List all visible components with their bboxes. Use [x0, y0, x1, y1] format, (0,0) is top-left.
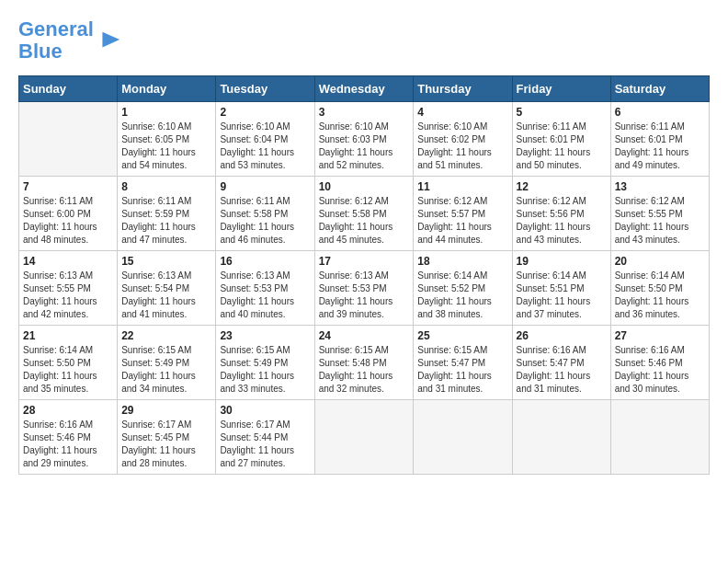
day-number: 10: [319, 180, 410, 193]
svg-marker-0: [102, 32, 119, 48]
calendar-cell: [610, 400, 709, 475]
day-number: 15: [121, 255, 211, 268]
day-number: 23: [220, 329, 310, 342]
calendar-cell: 25Sunrise: 6:15 AMSunset: 5:47 PMDayligh…: [414, 326, 512, 400]
calendar-cell: 14Sunrise: 6:13 AMSunset: 5:55 PMDayligh…: [19, 251, 118, 326]
calendar-cell: 2Sunrise: 6:10 AMSunset: 6:04 PMDaylight…: [216, 102, 314, 177]
day-info: Sunrise: 6:11 AMSunset: 5:59 PMDaylight:…: [121, 195, 211, 247]
day-info: Sunrise: 6:15 AMSunset: 5:47 PMDaylight:…: [417, 344, 507, 396]
calendar-cell: 18Sunrise: 6:14 AMSunset: 5:52 PMDayligh…: [414, 251, 512, 326]
day-info: Sunrise: 6:12 AMSunset: 5:58 PMDaylight:…: [319, 195, 410, 247]
calendar-cell: 23Sunrise: 6:15 AMSunset: 5:49 PMDayligh…: [216, 326, 314, 400]
calendar-table: SundayMondayTuesdayWednesdayThursdayFrid…: [18, 75, 710, 475]
day-number: 7: [23, 180, 113, 193]
day-info: Sunrise: 6:12 AMSunset: 5:57 PMDaylight:…: [417, 195, 507, 247]
calendar-cell: 22Sunrise: 6:15 AMSunset: 5:49 PMDayligh…: [118, 326, 216, 400]
day-number: 14: [23, 255, 113, 268]
day-info: Sunrise: 6:15 AMSunset: 5:49 PMDaylight:…: [121, 344, 211, 396]
day-number: 25: [417, 329, 507, 342]
weekday-header-tuesday: Tuesday: [216, 76, 314, 102]
weekday-header-saturday: Saturday: [610, 76, 709, 102]
day-info: Sunrise: 6:10 AMSunset: 6:02 PMDaylight:…: [417, 121, 507, 172]
day-number: 13: [615, 180, 705, 193]
day-number: 21: [23, 329, 113, 342]
weekday-header-row: SundayMondayTuesdayWednesdayThursdayFrid…: [19, 76, 710, 102]
day-number: 30: [220, 404, 310, 417]
calendar-cell: 17Sunrise: 6:13 AMSunset: 5:53 PMDayligh…: [314, 251, 414, 326]
calendar-cell: 4Sunrise: 6:10 AMSunset: 6:02 PMDaylight…: [414, 102, 512, 177]
calendar-cell: 27Sunrise: 6:16 AMSunset: 5:46 PMDayligh…: [610, 326, 709, 400]
weekday-header-sunday: Sunday: [19, 76, 118, 102]
day-info: Sunrise: 6:15 AMSunset: 5:49 PMDaylight:…: [220, 344, 310, 396]
logo-icon: [96, 28, 121, 53]
calendar-cell: 20Sunrise: 6:14 AMSunset: 5:50 PMDayligh…: [610, 251, 709, 326]
calendar-cell: [314, 400, 414, 475]
weekday-header-wednesday: Wednesday: [314, 76, 414, 102]
day-number: 26: [517, 329, 607, 342]
day-info: Sunrise: 6:10 AMSunset: 6:04 PMDaylight:…: [220, 121, 310, 172]
day-info: Sunrise: 6:11 AMSunset: 6:01 PMDaylight:…: [517, 121, 607, 172]
calendar-cell: [512, 400, 610, 475]
day-number: 4: [417, 106, 507, 119]
calendar-cell: 26Sunrise: 6:16 AMSunset: 5:47 PMDayligh…: [512, 326, 610, 400]
day-info: Sunrise: 6:10 AMSunset: 6:05 PMDaylight:…: [121, 121, 211, 172]
day-number: 16: [220, 255, 310, 268]
day-number: 29: [121, 404, 211, 417]
logo-general: General: [18, 17, 94, 40]
day-number: 17: [319, 255, 410, 268]
day-number: 1: [121, 106, 211, 119]
day-info: Sunrise: 6:12 AMSunset: 5:56 PMDaylight:…: [517, 195, 607, 247]
calendar-cell: 7Sunrise: 6:11 AMSunset: 6:00 PMDaylight…: [19, 177, 118, 251]
day-info: Sunrise: 6:12 AMSunset: 5:55 PMDaylight:…: [615, 195, 705, 247]
week-row-3: 14Sunrise: 6:13 AMSunset: 5:55 PMDayligh…: [19, 251, 710, 326]
day-info: Sunrise: 6:13 AMSunset: 5:55 PMDaylight:…: [23, 270, 113, 321]
calendar-cell: [414, 400, 512, 475]
page: General Blue SundayMondayTuesdayWednesda…: [0, 0, 728, 484]
week-row-2: 7Sunrise: 6:11 AMSunset: 6:00 PMDaylight…: [19, 177, 710, 251]
day-number: 2: [220, 106, 310, 119]
day-info: Sunrise: 6:15 AMSunset: 5:48 PMDaylight:…: [319, 344, 410, 396]
day-number: 19: [517, 255, 607, 268]
day-info: Sunrise: 6:17 AMSunset: 5:45 PMDaylight:…: [121, 419, 211, 470]
calendar-cell: 11Sunrise: 6:12 AMSunset: 5:57 PMDayligh…: [414, 177, 512, 251]
day-number: 8: [121, 180, 211, 193]
day-info: Sunrise: 6:17 AMSunset: 5:44 PMDaylight:…: [220, 419, 310, 470]
day-info: Sunrise: 6:14 AMSunset: 5:52 PMDaylight:…: [417, 270, 507, 321]
weekday-header-monday: Monday: [118, 76, 216, 102]
calendar-cell: 29Sunrise: 6:17 AMSunset: 5:45 PMDayligh…: [118, 400, 216, 475]
day-number: 27: [615, 329, 705, 342]
logo-blue: Blue: [18, 40, 63, 63]
day-info: Sunrise: 6:10 AMSunset: 6:03 PMDaylight:…: [319, 121, 410, 172]
day-number: 9: [220, 180, 310, 193]
day-info: Sunrise: 6:16 AMSunset: 5:46 PMDaylight:…: [23, 419, 113, 470]
day-number: 11: [417, 180, 507, 193]
day-number: 24: [319, 329, 410, 342]
calendar-cell: 21Sunrise: 6:14 AMSunset: 5:50 PMDayligh…: [19, 326, 118, 400]
calendar-cell: 9Sunrise: 6:11 AMSunset: 5:58 PMDaylight…: [216, 177, 314, 251]
weekday-header-friday: Friday: [512, 76, 610, 102]
day-info: Sunrise: 6:14 AMSunset: 5:51 PMDaylight:…: [517, 270, 607, 321]
week-row-1: 1Sunrise: 6:10 AMSunset: 6:05 PMDaylight…: [19, 102, 710, 177]
day-info: Sunrise: 6:13 AMSunset: 5:54 PMDaylight:…: [121, 270, 211, 321]
calendar-cell: 1Sunrise: 6:10 AMSunset: 6:05 PMDaylight…: [118, 102, 216, 177]
calendar-cell: 24Sunrise: 6:15 AMSunset: 5:48 PMDayligh…: [314, 326, 414, 400]
calendar-cell: 15Sunrise: 6:13 AMSunset: 5:54 PMDayligh…: [118, 251, 216, 326]
calendar-cell: 13Sunrise: 6:12 AMSunset: 5:55 PMDayligh…: [610, 177, 709, 251]
day-number: 18: [417, 255, 507, 268]
day-info: Sunrise: 6:11 AMSunset: 6:00 PMDaylight:…: [23, 195, 113, 247]
week-row-5: 28Sunrise: 6:16 AMSunset: 5:46 PMDayligh…: [19, 400, 710, 475]
day-number: 22: [121, 329, 211, 342]
day-info: Sunrise: 6:14 AMSunset: 5:50 PMDaylight:…: [23, 344, 113, 396]
calendar-cell: 3Sunrise: 6:10 AMSunset: 6:03 PMDaylight…: [314, 102, 414, 177]
logo-text: General Blue: [18, 18, 94, 63]
calendar-cell: [19, 102, 118, 177]
day-number: 20: [615, 255, 705, 268]
day-number: 3: [319, 106, 410, 119]
day-number: 12: [517, 180, 607, 193]
day-number: 28: [23, 404, 113, 417]
day-info: Sunrise: 6:13 AMSunset: 5:53 PMDaylight:…: [319, 270, 410, 321]
calendar-cell: 19Sunrise: 6:14 AMSunset: 5:51 PMDayligh…: [512, 251, 610, 326]
day-number: 5: [517, 106, 607, 119]
day-info: Sunrise: 6:16 AMSunset: 5:46 PMDaylight:…: [615, 344, 705, 396]
logo: General Blue: [18, 18, 121, 63]
